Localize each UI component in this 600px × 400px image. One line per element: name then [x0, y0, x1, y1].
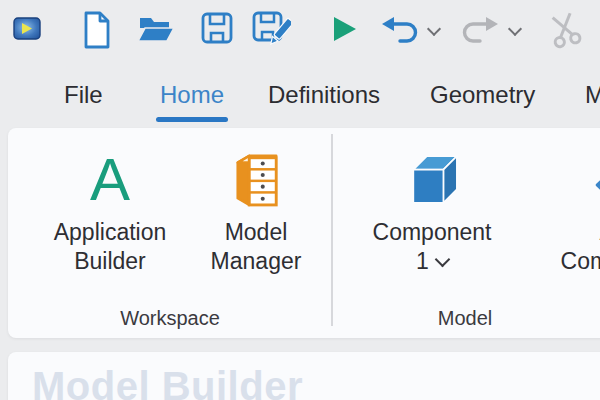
- add-component-label-line2: Component: [554, 247, 600, 276]
- undo-icon: [380, 13, 422, 47]
- group-label-model: Model: [340, 306, 590, 330]
- tab-materials[interactable]: Materials: [585, 81, 600, 109]
- model-builder-panel-title: Model Builder: [32, 364, 303, 400]
- save-button[interactable]: [199, 10, 235, 46]
- application-builder-a-icon: A: [90, 150, 130, 210]
- ribbon-group-separator: [331, 134, 333, 326]
- open-file-button[interactable]: [136, 10, 176, 46]
- chevron-down-icon: [427, 22, 441, 36]
- redo-button[interactable]: [458, 13, 500, 47]
- save-as-icon: [251, 10, 291, 48]
- tab-file[interactable]: File: [64, 81, 103, 109]
- tab-geometry[interactable]: Geometry: [430, 81, 535, 109]
- application-builder-label-line1: Application: [30, 218, 190, 247]
- tab-definitions[interactable]: Definitions: [268, 81, 380, 109]
- application-builder-label-line2: Builder: [30, 247, 190, 276]
- cut-scissors-icon: [546, 11, 584, 49]
- redo-icon: [458, 13, 500, 47]
- undo-button[interactable]: [380, 13, 422, 47]
- new-file-button[interactable]: [78, 10, 114, 50]
- group-label-workspace: Workspace: [16, 306, 324, 330]
- model-manager-label-line1: Model: [190, 218, 322, 247]
- undo-dropdown-button[interactable]: [429, 24, 439, 34]
- active-tab-indicator: [156, 117, 228, 122]
- model-manager-label-line2: Manager: [190, 247, 322, 276]
- add-component-button[interactable]: Add Component: [554, 132, 600, 284]
- model-builder-panel: Model Builder: [8, 352, 600, 400]
- run-button[interactable]: [330, 15, 358, 43]
- comsol-app-button[interactable]: [13, 16, 41, 41]
- chevron-down-icon: [508, 22, 522, 36]
- cut-button[interactable]: [546, 11, 584, 49]
- dropdown-chevron-icon: [435, 251, 451, 267]
- component-1-label-line2: 1: [416, 247, 429, 276]
- redo-dropdown-button[interactable]: [510, 24, 520, 34]
- tab-home[interactable]: Home: [160, 81, 224, 109]
- add-component-diamond-icon: [595, 160, 600, 210]
- add-component-label-line1: Add: [554, 218, 600, 247]
- component-1-button[interactable]: Component 1: [362, 132, 502, 284]
- open-file-icon: [136, 10, 176, 46]
- component-1-label-line1: Component: [362, 218, 502, 247]
- model-manager-button[interactable]: Model Manager: [190, 132, 322, 284]
- ribbon-home-panel: A Application Builder: [8, 128, 600, 338]
- new-file-icon: [78, 10, 114, 50]
- application-builder-button[interactable]: A Application Builder: [30, 132, 190, 284]
- save-icon: [199, 10, 235, 46]
- save-as-button[interactable]: [251, 10, 291, 48]
- run-icon: [330, 15, 358, 43]
- component-cube-icon: [403, 148, 461, 210]
- comsol-app-icon: [13, 16, 41, 41]
- model-manager-cabinet-icon: [230, 144, 282, 210]
